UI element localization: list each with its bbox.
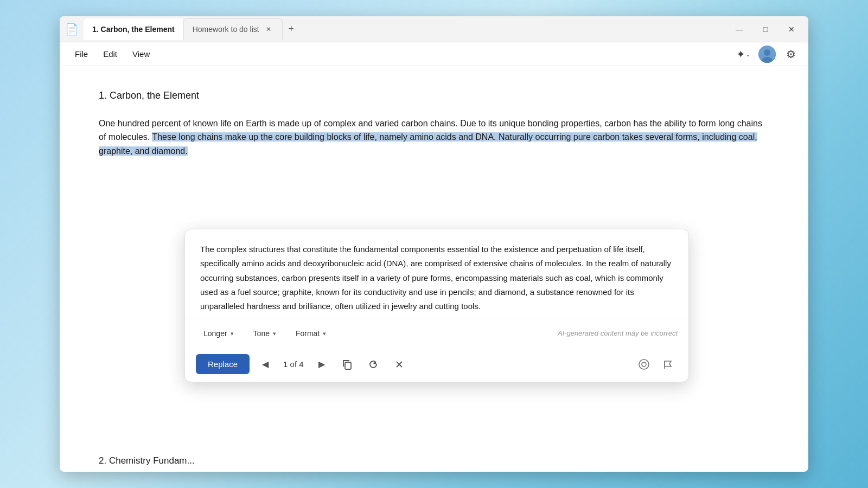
doc-paragraph-1: One hundred percent of known life on Ear… xyxy=(99,117,769,158)
tab-carbon-label: 1. Carbon, the Element xyxy=(92,25,175,34)
refresh-button[interactable] xyxy=(363,355,383,374)
doc-heading-1: 1. Carbon, the Element xyxy=(99,88,769,104)
title-bar: 📄 1. Carbon, the Element Homework to do … xyxy=(60,16,808,42)
gear-icon: ⚙ xyxy=(786,48,796,61)
tone-chevron-icon: ▾ xyxy=(273,330,276,337)
paragraph-1-highlighted: These long chains make up the core build… xyxy=(99,132,757,156)
svg-point-7 xyxy=(642,362,646,367)
menu-bar: File Edit View ✦ ⌄ ⚙ xyxy=(60,42,808,66)
svg-point-1 xyxy=(764,49,770,56)
tab-homework-close[interactable]: ✕ xyxy=(264,24,273,34)
toolbar-right: ✦ ⌄ ⚙ xyxy=(735,46,800,63)
next-result-button[interactable]: ▶ xyxy=(312,355,331,374)
menu-edit[interactable]: Edit xyxy=(97,46,124,62)
format-dropdown[interactable]: Format ▾ xyxy=(288,325,334,342)
sparkle-button[interactable]: ✦ ⌄ xyxy=(735,46,752,63)
format-label: Format xyxy=(296,329,320,338)
copy-button[interactable] xyxy=(337,355,357,374)
format-chevron-icon: ▾ xyxy=(323,330,326,337)
ai-popup-actions: Replace ◀ 1 of 4 ▶ xyxy=(185,349,688,382)
tab-add-button[interactable]: + xyxy=(283,21,300,38)
dismiss-button[interactable] xyxy=(390,355,409,374)
tabs-area: 1. Carbon, the Element Homework to do li… xyxy=(84,18,727,40)
ai-disclaimer: AI-generated content may be incorrect xyxy=(558,328,678,339)
settings-button[interactable]: ⚙ xyxy=(782,46,800,63)
menu-items: File Edit View xyxy=(68,46,156,62)
replace-button[interactable]: Replace xyxy=(196,354,250,374)
flag-button[interactable] xyxy=(658,355,678,374)
ai-popup: The complex structures that constitute t… xyxy=(184,229,689,382)
chevron-down-icon: ⌄ xyxy=(745,50,751,58)
close-button[interactable]: ✕ xyxy=(779,21,804,38)
avatar[interactable] xyxy=(758,46,776,63)
menu-file[interactable]: File xyxy=(68,46,94,62)
minimize-button[interactable]: — xyxy=(727,21,752,38)
feedback-button[interactable] xyxy=(634,355,654,374)
doc-heading-2: 2. Chemistry Fundam... xyxy=(99,453,769,468)
document-content: 1. Carbon, the Element One hundred perce… xyxy=(60,66,808,472)
ai-popup-toolbar: Longer ▾ Tone ▾ Format ▾ AI-generated co… xyxy=(185,318,688,349)
longer-dropdown[interactable]: Longer ▾ xyxy=(196,325,241,342)
tab-carbon[interactable]: 1. Carbon, the Element xyxy=(84,18,183,40)
right-actions xyxy=(634,355,678,374)
longer-chevron-icon: ▾ xyxy=(231,330,234,337)
ai-popup-content: The complex structures that constitute t… xyxy=(185,229,688,318)
maximize-button[interactable]: □ xyxy=(753,21,778,38)
tab-homework[interactable]: Homework to do list ✕ xyxy=(183,18,283,40)
prev-result-button[interactable]: ◀ xyxy=(256,355,275,374)
tone-label: Tone xyxy=(253,329,270,338)
ai-generated-text: The complex structures that constitute t… xyxy=(200,245,671,311)
longer-label: Longer xyxy=(203,329,227,338)
svg-rect-3 xyxy=(345,362,351,369)
tab-homework-label: Homework to do list xyxy=(193,25,259,34)
tone-dropdown[interactable]: Tone ▾ xyxy=(246,325,284,342)
svg-point-6 xyxy=(639,359,649,369)
menu-view[interactable]: View xyxy=(126,46,156,62)
app-window: 📄 1. Carbon, the Element Homework to do … xyxy=(60,16,808,472)
window-controls: — □ ✕ xyxy=(727,21,804,38)
app-icon: 📄 xyxy=(64,22,79,37)
page-counter: 1 of 4 xyxy=(281,358,306,371)
sparkle-icon: ✦ xyxy=(736,48,745,61)
